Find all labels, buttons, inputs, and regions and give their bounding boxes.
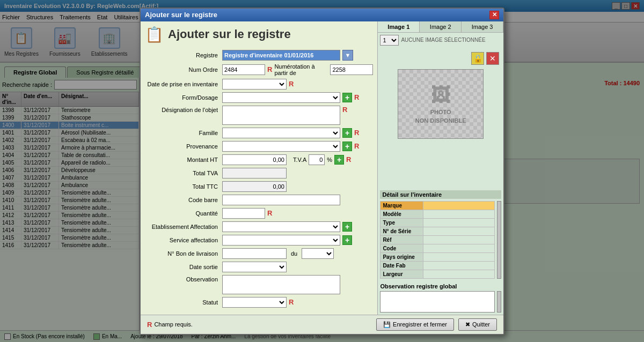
bon-livraison-label: N° Bon de livraison <box>145 250 220 257</box>
famille-select[interactable] <box>222 128 340 138</box>
detail-val-serie <box>423 227 495 235</box>
statut-select[interactable] <box>222 297 287 308</box>
detail-val-type <box>423 218 495 227</box>
photo-edit-button[interactable]: 🔒 <box>471 52 484 65</box>
detail-row-ref: Réf <box>380 235 495 244</box>
detail-key-ref: Réf <box>380 235 423 244</box>
modal-heading-text: Ajouter sur le registre <box>168 27 291 41</box>
obs-registre-section: Observation registre global <box>378 281 503 315</box>
detail-key-type: Type <box>380 218 423 227</box>
provenance-select[interactable] <box>222 141 340 152</box>
tva-add-button[interactable]: + <box>334 155 344 165</box>
service-label: Service affectation <box>145 237 220 243</box>
etablissement-add-button[interactable]: + <box>342 222 352 232</box>
etablissement-label: Etablissement Affectation <box>145 224 220 230</box>
registre-dropdown-button[interactable]: ▼ <box>342 50 353 61</box>
footer-buttons: 💾 Enregistrer et fermer ✖ Quitter <box>376 318 497 331</box>
provenance-label: Provenance <box>145 143 220 150</box>
modal-close-button[interactable]: ✕ <box>489 11 499 19</box>
designation-textarea[interactable] <box>222 106 340 125</box>
observation-label: Observation <box>145 275 220 282</box>
form-row-etablissement: Etablissement Affectation + <box>145 221 373 232</box>
detail-key-date-fab: Date Fab <box>380 261 423 270</box>
detail-key-marque: Marque <box>380 201 423 210</box>
modal-form-area: 📋 Ajouter sur le registre Registre ▼ Num… <box>141 21 377 315</box>
detail-scrollbar[interactable] <box>497 201 501 279</box>
photo-delete-button[interactable]: ✕ <box>486 52 499 65</box>
provenance-required: R <box>354 142 359 150</box>
obs-scrollbar[interactable] <box>497 291 501 313</box>
detail-row-modele: Modèle <box>380 210 495 218</box>
photo-placeholder-icon: 🖼 <box>431 84 450 107</box>
form-row-designation: Désignation de l'objet R <box>145 106 373 125</box>
detail-table: Marque Modèle Type <box>380 201 495 279</box>
num-ordre-input[interactable] <box>222 64 265 75</box>
form-row-total-tva: Total TVA <box>145 168 373 179</box>
detail-row-marque: Marque <box>380 201 495 210</box>
total-tva-input[interactable] <box>222 168 287 179</box>
famille-add-button[interactable]: + <box>342 128 352 138</box>
form-row-service: Service affectation + <box>145 235 373 246</box>
modal-title: Ajouter sur le registre <box>145 11 217 19</box>
form-row-quantite: Quantité R <box>145 208 373 219</box>
numerotation-input[interactable] <box>330 64 373 75</box>
tva-percent: % <box>327 157 332 163</box>
total-ttc-input[interactable] <box>222 181 287 192</box>
date-required: R <box>289 80 294 88</box>
modal-body: 📋 Ajouter sur le registre Registre ▼ Num… <box>141 21 503 315</box>
photo-unavail-label: NON DISPONIBLE <box>415 117 466 124</box>
tab-image3[interactable]: Image 3 <box>462 21 503 32</box>
quantite-input[interactable] <box>222 208 265 219</box>
form-row-dosage: Form/Dosage + R <box>145 92 373 103</box>
required-text: Champ requis. <box>154 321 193 328</box>
detail-val-code <box>423 244 495 252</box>
registre-input[interactable] <box>222 50 340 61</box>
modal-right-panel: Image 1 Image 2 Image 3 1 2 3 AUCUNE IMA… <box>377 21 503 315</box>
code-barre-input[interactable] <box>222 195 340 205</box>
detail-section: Détail sur l'inventaire Marque Modèle <box>378 188 503 281</box>
service-add-button[interactable]: + <box>342 235 352 245</box>
detail-val-ref <box>423 235 495 244</box>
obs-registre-textarea[interactable] <box>380 291 495 313</box>
detail-row-serie: N° de Série <box>380 227 495 235</box>
form-row-date: Date de prise en inventaire R <box>145 79 373 90</box>
du-select[interactable] <box>302 248 334 259</box>
date-sortie-select[interactable] <box>222 262 287 272</box>
tva-input[interactable] <box>309 154 325 165</box>
quit-button[interactable]: ✖ Quitter <box>458 318 497 331</box>
detail-row-largeur: Largeur <box>380 270 495 278</box>
detail-key-pays: Pays origine <box>380 252 423 261</box>
detail-key-serie: N° de Série <box>380 227 423 235</box>
tab-image1[interactable]: Image 1 <box>378 21 420 32</box>
detail-val-date-fab <box>423 261 495 270</box>
detail-key-largeur: Largeur <box>380 270 423 278</box>
date-sortie-label: Date sortie <box>145 264 220 270</box>
detail-row-date-fab: Date Fab <box>380 261 495 270</box>
modal-photo-container: 🔒 ✕ 🖼 PHOTO NON DISPONIBLE <box>378 48 503 188</box>
observation-textarea[interactable] <box>222 275 340 294</box>
tab-image2[interactable]: Image 2 <box>420 21 462 32</box>
provenance-add-button[interactable]: + <box>342 142 352 151</box>
detail-val-pays <box>423 252 495 261</box>
detail-val-marque <box>423 201 495 210</box>
form-dosage-add-button[interactable]: + <box>342 93 352 102</box>
service-select[interactable] <box>222 235 340 246</box>
quit-icon: ✖ <box>465 321 470 328</box>
photo-placeholder: 🖼 PHOTO NON DISPONIBLE <box>398 69 484 139</box>
form-row-montant: Montant HT T.V.A % + R <box>145 154 373 165</box>
form-dosage-select[interactable] <box>222 92 340 103</box>
form-row-date-sortie: Date sortie <box>145 262 373 272</box>
etablissement-select[interactable] <box>222 221 340 232</box>
famille-label: Famille <box>145 130 220 136</box>
image-num-select[interactable]: 1 2 3 <box>380 35 399 46</box>
bon-livraison-input[interactable] <box>222 248 287 259</box>
montant-ht-label: Montant HT <box>145 157 220 163</box>
montant-ht-input[interactable] <box>222 154 287 165</box>
famille-required: R <box>354 129 359 137</box>
required-icon: R <box>147 321 152 329</box>
date-prise-select[interactable] <box>222 79 287 90</box>
designation-required: R <box>342 106 347 114</box>
save-and-close-button[interactable]: 💾 Enregistrer et fermer <box>376 318 454 331</box>
registre-label: Registre <box>145 52 220 58</box>
form-row-observation: Observation <box>145 275 373 294</box>
